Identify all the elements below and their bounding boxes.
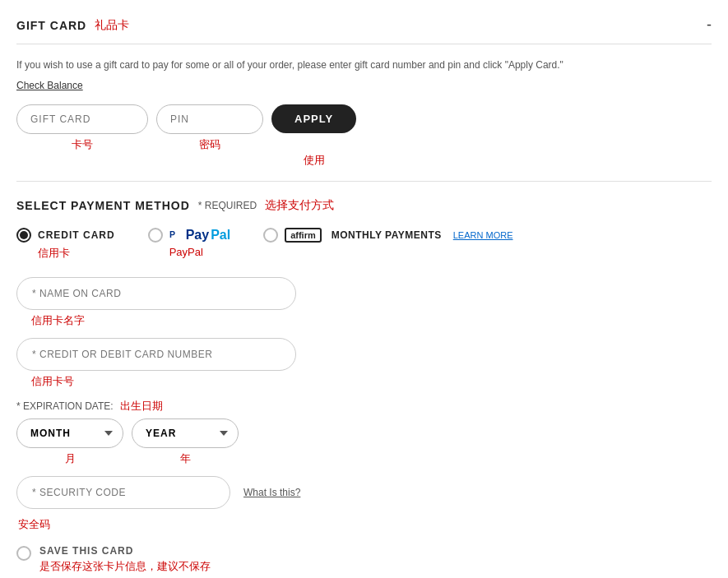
gift-card-title-cn: 礼品卡: [95, 18, 129, 33]
paypal-logo: P PayPal: [169, 228, 230, 243]
name-on-card-input[interactable]: [16, 277, 296, 310]
paypal-option-row: P PayPal: [148, 228, 230, 243]
apply-button[interactable]: APPLY: [271, 104, 356, 133]
card-number-label-cn: 信用卡号: [31, 374, 712, 389]
payment-option-paypal[interactable]: P PayPal PayPal: [148, 228, 230, 258]
save-card-row: SAVE THIS CARD 是否保存这张卡片信息，建议不保存: [16, 545, 712, 574]
payment-option-affirm[interactable]: affirm MONTHLY PAYMENTS LEARN MORE: [263, 228, 512, 243]
payment-option-credit-card[interactable]: CREDIT CARD 信用卡: [16, 228, 115, 261]
payment-method-title: SELECT PAYMENT METHOD: [16, 199, 190, 212]
gift-card-toggle-icon[interactable]: -: [707, 16, 712, 34]
payment-method-header: SELECT PAYMENT METHOD * REQUIRED 选择支付方式: [16, 198, 712, 213]
select-labels: 月 年: [16, 451, 712, 466]
expiration-label: * EXPIRATION DATE:: [16, 400, 114, 412]
apply-btn-group: APPLY 使用: [271, 104, 356, 168]
svg-text:P: P: [169, 229, 175, 239]
credit-card-option-row: CREDIT CARD: [16, 228, 115, 243]
credit-card-radio[interactable]: [16, 228, 31, 243]
paypal-text-light: Pal: [211, 228, 230, 243]
save-card-label: SAVE THIS CARD: [39, 545, 211, 557]
gift-card-title: GIFT CARD: [16, 19, 86, 32]
pin-input-group: 密码: [156, 104, 263, 152]
credit-card-form: 信用卡名字 信用卡号 * EXPIRATION DATE: 出生日期 MONTH…: [16, 277, 712, 578]
paypal-text-blue: Pay: [186, 228, 209, 243]
gift-card-input[interactable]: [16, 104, 148, 134]
apply-label-cn: 使用: [304, 153, 325, 168]
credit-card-label-cn: 信用卡: [38, 246, 70, 261]
gift-card-description: If you wish to use a gift card to pay fo…: [16, 58, 712, 72]
security-code-row: What Is this?: [16, 476, 712, 509]
credit-card-label: CREDIT CARD: [38, 229, 115, 241]
affirm-option-row: affirm MONTHLY PAYMENTS LEARN MORE: [263, 228, 512, 243]
what-is-this-link[interactable]: What Is this?: [243, 487, 300, 498]
gift-card-title-group: GIFT CARD 礼品卡: [16, 18, 129, 33]
expiration-selects: MONTH 010203040506070809101112 YEAR 2024…: [16, 418, 712, 448]
save-card-checkbox[interactable]: [16, 546, 31, 561]
name-on-card-label-cn: 信用卡名字: [31, 313, 712, 328]
gift-card-input-group: 卡号: [16, 104, 148, 152]
affirm-logo: affirm: [285, 228, 322, 243]
expiration-title-cn: 出生日期: [120, 399, 163, 414]
month-label-cn: 月: [16, 451, 123, 466]
affirm-radio[interactable]: [263, 228, 278, 243]
pin-input[interactable]: [156, 104, 263, 134]
section-divider: [16, 181, 712, 182]
expiration-title: * EXPIRATION DATE: 出生日期: [16, 399, 712, 414]
pin-label-cn: 密码: [199, 137, 220, 152]
required-label: * REQUIRED: [198, 200, 257, 211]
security-code-input[interactable]: [16, 476, 230, 509]
save-card-label-cn: 是否保存这张卡片信息，建议不保存: [39, 559, 211, 574]
paypal-icon: P: [169, 228, 184, 243]
card-number-input[interactable]: [16, 338, 296, 371]
check-balance-link[interactable]: Check Balance: [16, 80, 83, 91]
year-label-cn: 年: [132, 451, 239, 466]
paypal-label-cn: PayPal: [169, 246, 203, 258]
gift-card-section: GIFT CARD 礼品卡 - If you wish to use a gif…: [16, 16, 712, 168]
security-label-cn: 安全码: [18, 517, 712, 532]
learn-more-link[interactable]: LEARN MORE: [453, 230, 513, 240]
payment-method-title-cn: 选择支付方式: [265, 198, 334, 213]
month-select[interactable]: MONTH 010203040506070809101112: [16, 418, 123, 448]
gift-card-inputs: 卡号 密码 APPLY 使用: [16, 104, 712, 168]
monthly-payments-label: MONTHLY PAYMENTS: [332, 229, 442, 241]
year-select[interactable]: YEAR 20242025202620272028202920302031203…: [132, 418, 239, 448]
gift-card-header: GIFT CARD 礼品卡 -: [16, 16, 712, 44]
expiration-row: * EXPIRATION DATE: 出生日期 MONTH 0102030405…: [16, 399, 712, 466]
save-card-text-group: SAVE THIS CARD 是否保存这张卡片信息，建议不保存: [39, 545, 211, 574]
radio-dot: [20, 231, 28, 239]
payment-options: CREDIT CARD 信用卡 P PayPal PayPal affirm: [16, 228, 712, 261]
gift-card-label-cn: 卡号: [72, 137, 93, 152]
paypal-radio[interactable]: [148, 228, 163, 243]
payment-method-section: SELECT PAYMENT METHOD * REQUIRED 选择支付方式 …: [16, 198, 712, 578]
